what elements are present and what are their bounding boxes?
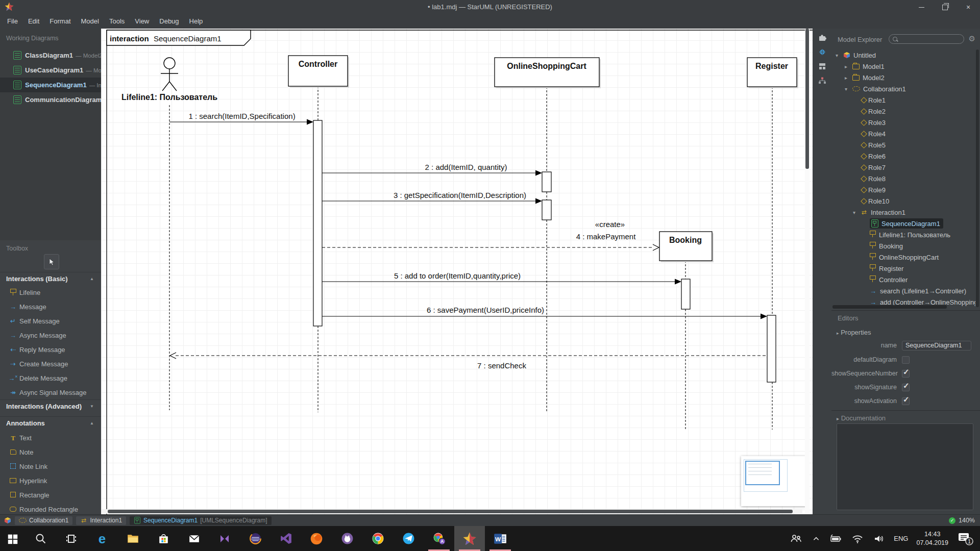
speaker-icon[interactable]: [872, 532, 886, 545]
close-button[interactable]: ×: [957, 0, 980, 14]
tree-item-role1[interactable]: Role1: [831, 94, 975, 106]
tree-item-register[interactable]: Register: [831, 263, 975, 274]
default-diagram-checkbox[interactable]: [902, 356, 910, 364]
lifeline-booking[interactable]: Booking: [659, 232, 714, 262]
lifeline-onlineshoppingcart[interactable]: OnlineShoppingCart: [495, 58, 601, 88]
menu-view[interactable]: View: [130, 14, 154, 29]
file-explorer-icon[interactable]: [117, 526, 148, 551]
tool-rectangle[interactable]: Rectangle: [0, 488, 101, 502]
message-7-reply[interactable]: 7 : sendCheck: [170, 353, 767, 370]
action-center-button[interactable]: 1: [957, 531, 974, 546]
edge-icon[interactable]: e: [87, 526, 117, 551]
message-2[interactable]: 2 : add(ItemID, quantity): [322, 163, 542, 176]
minimap-viewport[interactable]: [745, 461, 780, 485]
tree-item-lifeline1[interactable]: Lifeline1: Пользователь: [831, 229, 975, 240]
expander-icon[interactable]: ▸: [845, 64, 852, 69]
working-diagram-sequencediagram1[interactable]: SequenceDiagram1 — Interac: [0, 78, 101, 92]
menu-tools[interactable]: Tools: [104, 14, 130, 29]
horizontal-scroll-thumb[interactable]: [108, 510, 793, 513]
tree-item-collaboration1[interactable]: ▾ Collaboration1: [831, 83, 975, 94]
tree-vertical-scrollbar[interactable]: [976, 49, 979, 307]
tool-note-link[interactable]: Note Link: [0, 459, 101, 473]
message-6[interactable]: 6 : savePayment(UserID,priceInfo): [322, 306, 767, 319]
toolbox-section-interactions-basic[interactable]: Interactions (Basic) ▲: [0, 272, 101, 285]
language-indicator[interactable]: ENG: [894, 535, 908, 542]
breadcrumb-interaction[interactable]: ⇄ Interaction1: [76, 516, 126, 525]
tree-item-booking[interactable]: Booking: [831, 240, 975, 252]
message-1[interactable]: 1 : search(ItemID,Specification): [169, 112, 313, 125]
eclipse-icon[interactable]: [240, 526, 271, 551]
wifi-icon[interactable]: [851, 532, 864, 545]
tree-item-role7[interactable]: Role7: [831, 162, 975, 173]
tool-note[interactable]: Note: [0, 445, 101, 459]
maximize-button[interactable]: [933, 0, 957, 14]
documentation-textarea[interactable]: [837, 423, 973, 510]
menu-file[interactable]: File: [2, 14, 23, 29]
tree-item-role8[interactable]: Role8: [831, 173, 975, 184]
tool-create-message[interactable]: ⇢ Create Message: [0, 357, 101, 371]
tool-lifeline[interactable]: Lifeline: [0, 285, 101, 299]
message-3[interactable]: 3 : getSpecification(ItemID,Description): [322, 191, 542, 204]
working-diagram-classdiagram1[interactable]: ClassDiagram1 — Model2: [0, 48, 101, 63]
minimize-button[interactable]: [910, 0, 933, 14]
canvas-horizontal-scrollbar[interactable]: [101, 509, 802, 514]
chrome-profile-icon[interactable]: A: [424, 526, 454, 551]
show-signature-checkbox[interactable]: ✓: [902, 384, 910, 391]
extensions-puzzle-icon[interactable]: [818, 33, 827, 42]
telegram-icon[interactable]: [393, 526, 424, 551]
tree-item-controller[interactable]: Controller: [831, 274, 975, 285]
tool-self-message[interactable]: ↵ Self Message: [0, 314, 101, 328]
toolbox-section-interactions-advanced[interactable]: Interactions (Advanced) ▼: [0, 399, 101, 413]
show-activation-checkbox[interactable]: ✓: [902, 397, 910, 405]
working-diagram-usecasediagram1[interactable]: UseCaseDiagram1 — Model1: [0, 63, 101, 78]
lifeline-controller[interactable]: Controller: [288, 56, 349, 88]
task-view-button[interactable]: [56, 526, 87, 551]
tree-item-role9[interactable]: Role9: [831, 184, 975, 195]
expander-icon[interactable]: ▸: [845, 75, 852, 81]
toolbox-section-annotations[interactable]: Annotations ▲: [0, 416, 101, 430]
taskbar-search-button[interactable]: [26, 526, 56, 551]
menu-debug[interactable]: Debug: [154, 14, 184, 29]
zoom-level[interactable]: 140%: [959, 517, 975, 524]
message-5[interactable]: 5 : add to order(ItemID,quantity,price): [322, 271, 681, 285]
hierarchy-icon[interactable]: [818, 76, 827, 85]
tool-text[interactable]: T Text: [0, 431, 101, 445]
tree-item-onlineshoppingcart[interactable]: OnlineShoppingCart: [831, 252, 975, 263]
tree-item-role3[interactable]: Role3: [831, 117, 975, 128]
visual-studio-icon[interactable]: [271, 526, 301, 551]
lifeline-register[interactable]: Register: [747, 58, 798, 88]
actor-lifeline1[interactable]: Lifeline1: Пользователь: [121, 58, 217, 102]
hidden-icons-chevron[interactable]: [811, 534, 821, 544]
tree-item-model2[interactable]: ▸ Model2: [831, 72, 975, 83]
menu-edit[interactable]: Edit: [23, 14, 44, 29]
tool-delete-message[interactable]: →× Delete Message: [0, 371, 101, 385]
documentation-section[interactable]: ▸ Documentation: [837, 414, 886, 422]
tree-item-sequencediagram1[interactable]: SequenceDiagram1: [831, 218, 975, 229]
battery-icon[interactable]: [829, 532, 843, 545]
sequence-diagram[interactable]: interaction SequenceDiagram1 Lifeline1: …: [101, 29, 813, 514]
gear-icon[interactable]: ⚙: [969, 35, 975, 42]
tree-item-role2[interactable]: Role2: [831, 106, 975, 117]
microsoft-store-icon[interactable]: [148, 526, 179, 551]
start-button[interactable]: [0, 526, 26, 551]
expander-icon[interactable]: ▾: [845, 86, 852, 92]
properties-section[interactable]: ▸ Properties: [837, 329, 871, 336]
github-desktop-icon[interactable]: [332, 526, 362, 551]
working-diagram-communicationdiagram1[interactable]: CommunicationDiagram1 —: [0, 92, 101, 107]
name-input[interactable]: [902, 341, 971, 350]
purple-app-icon[interactable]: [209, 526, 240, 551]
select-tool-button[interactable]: [44, 254, 59, 269]
diagram-compass-icon[interactable]: [818, 47, 827, 57]
tool-async-signal-message[interactable]: ↠ Async Signal Message: [0, 385, 101, 399]
tree-item-untitled[interactable]: ▾ Untitled: [831, 49, 975, 61]
tool-async-message[interactable]: → Async Message: [0, 328, 101, 342]
tree-item-role5[interactable]: Role5: [831, 139, 975, 151]
search-input[interactable]: [899, 35, 958, 43]
word-icon[interactable]: W: [485, 526, 516, 551]
firefox-icon[interactable]: [301, 526, 332, 551]
layout-panels-icon[interactable]: [818, 62, 827, 71]
diagram-canvas[interactable]: interaction SequenceDiagram1 Lifeline1: …: [101, 29, 813, 514]
chrome-icon[interactable]: [362, 526, 393, 551]
people-icon[interactable]: [790, 532, 803, 545]
menu-format[interactable]: Format: [44, 14, 76, 29]
